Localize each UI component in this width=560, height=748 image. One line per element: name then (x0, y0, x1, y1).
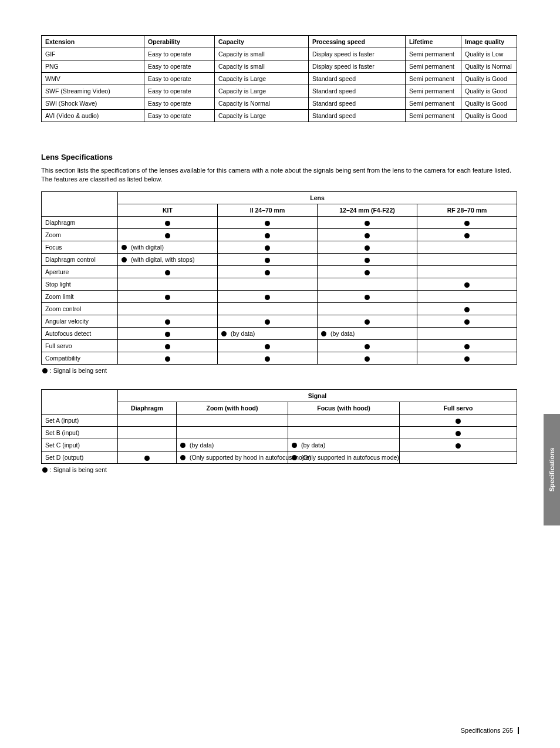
dot-icon (165, 270, 170, 275)
table-cell: SWF (Streaming Video) (42, 85, 144, 97)
dot-icon (464, 233, 470, 238)
dot-icon (265, 221, 270, 226)
table-cell (417, 290, 517, 302)
row-label: Set B (input) (42, 426, 118, 439)
table-cell (218, 228, 318, 241)
dot-icon (165, 332, 170, 337)
table-cell (417, 265, 517, 278)
table1-header-cell: Lifetime (406, 36, 461, 48)
dot-icon (321, 331, 326, 336)
dot-icon (265, 233, 270, 238)
table-cell: Easy to operate (144, 60, 215, 73)
table-row: Full servo (42, 339, 517, 352)
table-row: Set D (output) (Only supported by hood i… (42, 451, 517, 463)
dot-icon (464, 221, 470, 226)
table-cell (318, 228, 417, 241)
dot-icon (144, 456, 150, 461)
dot-icon (180, 455, 185, 460)
table-cell: Capacity is small (215, 60, 309, 73)
table-cell (318, 278, 417, 290)
signal-col-header: Zoom (with hood) (177, 402, 288, 414)
legend-dot-icon (42, 368, 48, 373)
lens-col-header: 12–24 mm (F4-F22) (318, 204, 417, 216)
table-cell: (Only supported in autofocus mode) (288, 451, 400, 463)
table-cell: (by data) (318, 327, 417, 339)
table1-header-cell: Extension (42, 36, 144, 48)
table-cell (118, 339, 218, 352)
table-row: Zoom control (42, 302, 517, 315)
table-cell: Display speed is faster (309, 48, 406, 60)
table-cell: Semi permanent (406, 73, 461, 85)
table-cell (218, 352, 318, 364)
table-cell (318, 315, 417, 327)
table-row: Aperture (42, 265, 517, 278)
table-cell (417, 352, 517, 364)
dot-icon (456, 431, 461, 436)
table-cell: PNG (42, 60, 144, 73)
dot-icon (180, 443, 185, 448)
table-cell (218, 253, 318, 265)
table-cell (118, 451, 177, 463)
table-cell: Easy to operate (144, 73, 215, 85)
table-row: GIFEasy to operateCapacity is smallDispl… (42, 48, 517, 60)
dot-icon (456, 419, 461, 424)
row-label: Compatibility (42, 352, 118, 364)
dot-icon (292, 443, 297, 448)
table-cell (177, 426, 288, 439)
table-cell: Easy to operate (144, 97, 215, 110)
dot-icon (122, 257, 127, 262)
table-row: Set A (input) (42, 414, 517, 426)
table-cell (118, 216, 218, 228)
table-cell: (Only supported by hood in autofocus mod… (177, 451, 288, 463)
table-cell (318, 302, 417, 315)
lens-table: LensKITII 24–70 mm12–24 mm (F4-F22)RF 28… (41, 191, 517, 365)
table-cell (417, 327, 517, 339)
table-cell (417, 241, 517, 253)
signal-table-legend: : Signal is being sent (42, 466, 519, 473)
table-row: Diaphragm (42, 216, 517, 228)
table-row: WMVEasy to operateCapacity is LargeStand… (42, 73, 517, 85)
table-cell (318, 352, 417, 364)
table-cell (400, 426, 517, 439)
table-cell: Quality is Normal (461, 60, 517, 73)
table-cell: Easy to operate (144, 48, 215, 60)
section-side-tab: Specifications (544, 414, 560, 525)
table-cell: Easy to operate (144, 110, 215, 122)
table-cell: (by data) (177, 439, 288, 451)
dot-icon (265, 344, 270, 349)
lens-section-title: Lens Specifications (41, 153, 519, 161)
table-cell: (with digital, with stops) (118, 253, 218, 265)
table-row: Stop light (42, 278, 517, 290)
table-cell (318, 241, 417, 253)
table-cell (417, 339, 517, 352)
dot-icon (464, 282, 470, 288)
lens-col-header: RF 28–70 mm (417, 204, 517, 216)
table-cell (400, 414, 517, 426)
table-cell (417, 315, 517, 327)
table-cell: Standard speed (309, 85, 406, 97)
table-cell (118, 315, 218, 327)
table-cell: Quality is Low (461, 48, 517, 60)
table-cell (118, 290, 218, 302)
table-cell (218, 216, 318, 228)
table-cell (218, 278, 318, 290)
table-row: PNGEasy to operateCapacity is smallDispl… (42, 60, 517, 73)
table-cell: AVI (Video & audio) (42, 110, 144, 122)
dot-icon (165, 356, 170, 362)
table-row: Autofocus detect (by data) (by data) (42, 327, 517, 339)
row-label: Set C (input) (42, 439, 118, 451)
table-cell: SWI (Shock Wave) (42, 97, 144, 110)
table-cell (417, 278, 517, 290)
dot-icon (464, 344, 470, 349)
table-cell (318, 265, 417, 278)
signal-col-header: Diaphragm (118, 402, 177, 414)
table-cell: Semi permanent (406, 48, 461, 60)
dot-icon (265, 319, 270, 325)
table-cell (417, 302, 517, 315)
dot-icon (365, 344, 370, 349)
table-cell (118, 327, 218, 339)
table-row: Zoom limit (42, 290, 517, 302)
table-cell (318, 253, 417, 265)
lens-col-header: KIT (118, 204, 218, 216)
table-cell: Quality is Good (461, 97, 517, 110)
